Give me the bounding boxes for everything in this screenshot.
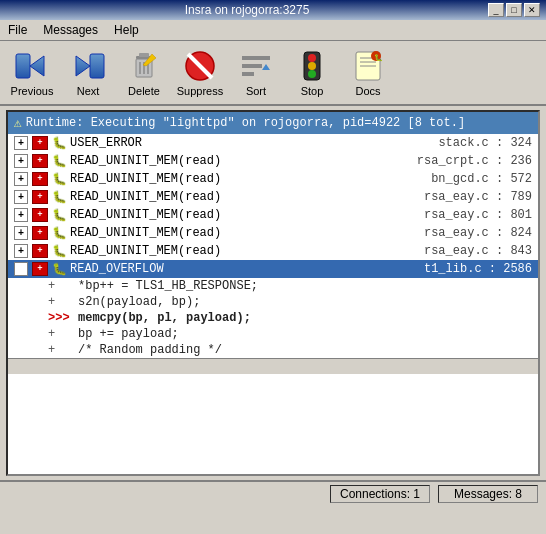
file-reference: rsa_eay.c : 843 <box>404 244 532 258</box>
table-row[interactable]: -+🐛READ_OVERFLOWt1_lib.c : 2586 <box>8 260 538 278</box>
messages-status: Messages: 8 <box>438 485 538 503</box>
svg-point-18 <box>308 54 316 62</box>
file-reference: bn_gcd.c : 572 <box>411 172 532 186</box>
stop-icon <box>294 48 330 84</box>
suppress-icon <box>182 48 218 84</box>
menu-file[interactable]: File <box>4 22 31 38</box>
stop-label: Stop <box>301 85 324 97</box>
title-text: Insra on rojogorra:3275 <box>6 3 488 17</box>
horizontal-scrollbar[interactable] <box>8 358 538 374</box>
error-icon: + <box>32 154 48 168</box>
expand-button[interactable]: + <box>14 226 28 240</box>
code-line: >>>memcpy(bp, pl, payload); <box>8 310 538 326</box>
table-row[interactable]: ++🐛READ_UNINIT_MEM(read)rsa_eay.c : 843 <box>8 242 538 260</box>
delete-button[interactable]: Delete <box>118 45 170 100</box>
maximize-button[interactable]: □ <box>506 3 522 17</box>
row-name: READ_UNINIT_MEM(read) <box>70 244 400 258</box>
row-name: READ_UNINIT_MEM(read) <box>70 226 400 240</box>
sort-button[interactable]: Sort <box>230 45 282 100</box>
code-marker: + <box>48 343 78 357</box>
expand-button[interactable]: + <box>14 154 28 168</box>
svg-point-19 <box>308 62 316 70</box>
expand-button[interactable]: + <box>14 190 28 204</box>
suppress-button[interactable]: Suppress <box>174 45 226 100</box>
svg-rect-13 <box>242 56 270 60</box>
expand-button[interactable]: - <box>14 262 28 276</box>
row-name: READ_UNINIT_MEM(read) <box>70 154 393 168</box>
next-button[interactable]: Next <box>62 45 114 100</box>
menu-bar: File Messages Help <box>0 20 546 41</box>
row-name: READ_OVERFLOW <box>70 262 400 276</box>
error-icon: + <box>32 208 48 222</box>
table-row[interactable]: ++🐛READ_UNINIT_MEM(read)rsa_crpt.c : 236 <box>8 152 538 170</box>
error-icon: + <box>32 190 48 204</box>
bug-icon: 🐛 <box>52 244 66 258</box>
sort-label: Sort <box>246 85 266 97</box>
code-marker: + <box>48 279 78 293</box>
menu-messages[interactable]: Messages <box>39 22 102 38</box>
file-reference: t1_lib.c : 2586 <box>404 262 532 276</box>
docs-label: Docs <box>355 85 380 97</box>
toolbar: Previous Next <box>0 41 546 106</box>
table-row[interactable]: ++🐛READ_UNINIT_MEM(read)rsa_eay.c : 824 <box>8 224 538 242</box>
bug-icon: 🐛 <box>52 262 66 276</box>
row-name: USER_ERROR <box>70 136 414 150</box>
expand-button[interactable]: + <box>14 208 28 222</box>
expand-button[interactable]: + <box>14 136 28 150</box>
bug-icon: 🐛 <box>52 190 66 204</box>
table-row[interactable]: ++🐛READ_UNINIT_MEM(read)rsa_eay.c : 801 <box>8 206 538 224</box>
code-text: s2n(payload, bp); <box>78 295 200 309</box>
code-marker: + <box>48 295 78 309</box>
file-reference: rsa_eay.c : 824 <box>404 226 532 240</box>
table-row[interactable]: ++🐛USER_ERRORstack.c : 324 <box>8 134 538 152</box>
file-reference: stack.c : 324 <box>418 136 532 150</box>
bug-icon: 🐛 <box>52 208 66 222</box>
docs-icon: 🐛 <box>350 48 386 84</box>
svg-text:🐛: 🐛 <box>374 53 383 62</box>
error-icon: + <box>32 262 48 276</box>
svg-marker-2 <box>76 56 90 76</box>
svg-marker-16 <box>262 64 270 70</box>
minimize-button[interactable]: _ <box>488 3 504 17</box>
file-reference: rsa_eay.c : 801 <box>404 208 532 222</box>
next-icon <box>70 48 106 84</box>
menu-help[interactable]: Help <box>110 22 143 38</box>
header-text: Runtime: Executing "lighttpd" on rojogor… <box>26 116 465 130</box>
file-reference: rsa_eay.c : 789 <box>404 190 532 204</box>
row-name: READ_UNINIT_MEM(read) <box>70 190 400 204</box>
expand-button[interactable]: + <box>14 244 28 258</box>
previous-icon <box>14 48 50 84</box>
connections-status: Connections: 1 <box>330 485 430 503</box>
delete-icon <box>126 48 162 84</box>
svg-rect-15 <box>242 72 254 76</box>
header-row: ⚠ Runtime: Executing "lighttpd" on rojog… <box>8 112 538 134</box>
row-name: READ_UNINIT_MEM(read) <box>70 208 400 222</box>
svg-rect-14 <box>242 64 262 68</box>
bug-icon: 🐛 <box>52 172 66 186</box>
table-row[interactable]: ++🐛READ_UNINIT_MEM(read)bn_gcd.c : 572 <box>8 170 538 188</box>
close-button[interactable]: ✕ <box>524 3 540 17</box>
list-container[interactable]: ⚠ Runtime: Executing "lighttpd" on rojog… <box>6 110 540 476</box>
previous-button[interactable]: Previous <box>6 45 58 100</box>
next-label: Next <box>77 85 100 97</box>
code-text: memcpy(bp, pl, payload); <box>78 311 251 325</box>
delete-label: Delete <box>128 85 160 97</box>
svg-marker-1 <box>30 56 44 76</box>
table-row[interactable]: ++🐛READ_UNINIT_MEM(read)rsa_eay.c : 789 <box>8 188 538 206</box>
stop-button[interactable]: Stop <box>286 45 338 100</box>
file-reference: rsa_crpt.c : 236 <box>397 154 532 168</box>
code-line: +/* Random padding */ <box>8 342 538 358</box>
status-bar: Connections: 1 Messages: 8 <box>0 480 546 506</box>
suppress-label: Suppress <box>177 85 223 97</box>
sort-icon <box>238 48 274 84</box>
docs-button[interactable]: 🐛 Docs <box>342 45 394 100</box>
code-line: +*bp++ = TLS1_HB_RESPONSE; <box>8 278 538 294</box>
bug-icon: 🐛 <box>52 226 66 240</box>
title-bar: Insra on rojogorra:3275 _ □ ✕ <box>0 0 546 20</box>
previous-label: Previous <box>11 85 54 97</box>
expand-button[interactable]: + <box>14 172 28 186</box>
code-line: +bp += payload; <box>8 326 538 342</box>
error-icon: + <box>32 226 48 240</box>
code-marker: >>> <box>48 311 78 325</box>
error-icon: + <box>32 172 48 186</box>
